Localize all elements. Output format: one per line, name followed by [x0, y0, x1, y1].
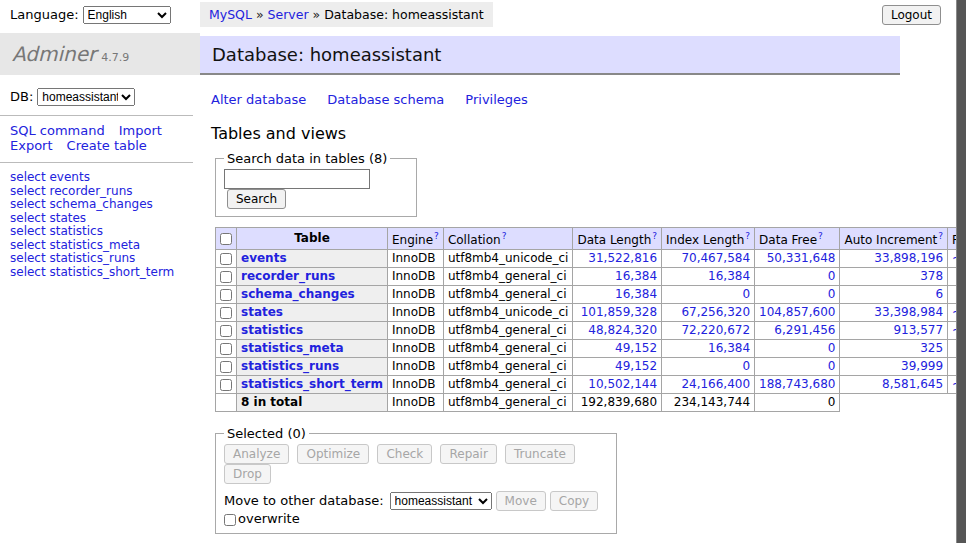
row-checkbox[interactable] — [220, 343, 232, 355]
data-length-link[interactable]: 101,859,328 — [581, 305, 657, 319]
table-name-link[interactable]: events — [241, 251, 287, 265]
main-content: MySQL»Server»Database: homeassistant Log… — [200, 0, 956, 543]
sidebar-item-select-statistics-runs[interactable]: select statistics_runs — [10, 252, 200, 266]
data-length-link[interactable]: 48,824,320 — [588, 323, 657, 337]
database-schema-link[interactable]: Database schema — [327, 92, 444, 107]
row-checkbox[interactable] — [220, 379, 232, 391]
repair-button[interactable]: Repair — [440, 444, 496, 464]
total-data-free: 0 — [755, 394, 840, 412]
language-select[interactable]: English — [83, 6, 171, 24]
analyze-button[interactable]: Analyze — [224, 444, 289, 464]
index-length-help-icon[interactable]: ? — [745, 231, 750, 241]
table-name-link[interactable]: statistics_short_term — [241, 377, 383, 391]
total-label: 8 in total — [237, 394, 388, 412]
move-database-select[interactable]: homeassistant — [390, 492, 492, 510]
db-select[interactable]: homeassistant — [37, 88, 135, 106]
auto-increment-link[interactable]: 6 — [935, 287, 943, 301]
total-index-length: 234,143,744 — [662, 394, 755, 412]
data-free-link[interactable]: 188,743,680 — [759, 377, 835, 391]
search-button[interactable]: Search — [227, 189, 286, 209]
sidebar-item-select-recorder-runs[interactable]: select recorder_runs — [10, 185, 200, 199]
table-header-row: Table Engine? Collation? Data Length? In… — [216, 228, 966, 250]
overwrite-checkbox[interactable] — [224, 514, 236, 526]
collation-cell: utf8mb4_general_ci — [443, 322, 573, 340]
auto-increment-link[interactable]: 39,999 — [901, 359, 943, 373]
data-free-link[interactable]: 0 — [828, 359, 836, 373]
table-name-link[interactable]: statistics — [241, 323, 303, 337]
breadcrumb-mysql-link[interactable]: MySQL — [209, 7, 252, 22]
alter-database-link[interactable]: Alter database — [211, 92, 306, 107]
select-all-checkbox[interactable] — [220, 233, 232, 245]
data-length-link[interactable]: 49,152 — [615, 341, 657, 355]
table-name-link[interactable]: states — [241, 305, 283, 319]
table-row: schema_changes InnoDB utf8mb4_general_ci… — [216, 286, 966, 304]
auto-increment-link[interactable]: 913,577 — [893, 323, 943, 337]
row-checkbox[interactable] — [220, 361, 232, 373]
truncate-button[interactable]: Truncate — [505, 444, 575, 464]
data-free-link[interactable]: 0 — [828, 269, 836, 283]
sidebar-item-select-statistics[interactable]: select statistics — [10, 225, 200, 239]
row-checkbox[interactable] — [220, 271, 232, 283]
collation-help-icon[interactable]: ? — [502, 231, 507, 241]
auto-increment-help-icon[interactable]: ? — [938, 231, 943, 241]
data-length-link[interactable]: 10,502,144 — [588, 377, 657, 391]
db-selector-row: DB:homeassistant — [0, 75, 200, 106]
index-length-link[interactable]: 0 — [742, 287, 750, 301]
engine-help-icon[interactable]: ? — [434, 231, 439, 241]
sidebar-item-select-states[interactable]: select states — [10, 212, 200, 226]
sidebar-item-select-statistics-meta[interactable]: select statistics_meta — [10, 239, 200, 253]
logout-button[interactable]: Logout — [882, 5, 941, 25]
index-length-link[interactable]: 16,384 — [708, 341, 750, 355]
vertical-scrollbar[interactable] — [956, 0, 966, 543]
data-free-link[interactable]: 6,291,456 — [774, 323, 835, 337]
index-length-link[interactable]: 67,256,320 — [681, 305, 750, 319]
index-length-link[interactable]: 0 — [742, 359, 750, 373]
move-button[interactable]: Move — [496, 491, 546, 511]
privileges-link[interactable]: Privileges — [465, 92, 528, 107]
auto-increment-link[interactable]: 33,898,196 — [874, 251, 943, 265]
create-table-link-sidebar[interactable]: Create table — [67, 138, 147, 153]
table-name-link[interactable]: statistics_runs — [241, 359, 339, 373]
data-free-link[interactable]: 50,331,648 — [767, 251, 836, 265]
export-link[interactable]: Export — [10, 138, 53, 153]
data-length-help-icon[interactable]: ? — [652, 231, 657, 241]
selected-legend: Selected (0) — [224, 426, 309, 441]
auto-increment-link[interactable]: 8,581,645 — [882, 377, 943, 391]
index-length-link[interactable]: 16,384 — [708, 269, 750, 283]
data-free-link[interactable]: 0 — [828, 341, 836, 355]
data-free-link[interactable]: 0 — [828, 287, 836, 301]
table-name-link[interactable]: statistics_meta — [241, 341, 344, 355]
data-free-link[interactable]: 104,857,600 — [759, 305, 835, 319]
row-checkbox[interactable] — [220, 253, 232, 265]
optimize-button[interactable]: Optimize — [297, 444, 369, 464]
row-checkbox[interactable] — [220, 325, 232, 337]
sidebar-item-select-events[interactable]: select events — [10, 171, 200, 185]
row-checkbox[interactable] — [220, 289, 232, 301]
sidebar-item-select-schema-changes[interactable]: select schema_changes — [10, 198, 200, 212]
index-length-link[interactable]: 72,220,672 — [681, 323, 750, 337]
column-header-data-free: Data Free? — [755, 228, 840, 250]
sidebar-item-select-statistics-short-term[interactable]: select statistics_short_term — [10, 266, 200, 280]
index-length-link[interactable]: 70,467,584 — [681, 251, 750, 265]
data-length-link[interactable]: 16,384 — [615, 269, 657, 283]
auto-increment-link[interactable]: 33,398,984 — [874, 305, 943, 319]
table-name-link[interactable]: recorder_runs — [241, 269, 335, 283]
search-input[interactable] — [224, 169, 370, 189]
sql-command-link[interactable]: SQL command — [10, 123, 105, 138]
data-free-help-icon[interactable]: ? — [818, 231, 823, 241]
copy-button[interactable]: Copy — [550, 491, 598, 511]
auto-increment-link[interactable]: 325 — [920, 341, 943, 355]
index-length-link[interactable]: 24,166,400 — [681, 377, 750, 391]
row-checkbox[interactable] — [220, 307, 232, 319]
data-length-link[interactable]: 31,522,816 — [588, 251, 657, 265]
table-name-link[interactable]: schema_changes — [241, 287, 355, 301]
column-header-auto-increment: Auto Increment? — [840, 228, 948, 250]
app-version[interactable]: 4.7.9 — [101, 51, 129, 64]
drop-button[interactable]: Drop — [224, 464, 271, 484]
auto-increment-link[interactable]: 378 — [920, 269, 943, 283]
import-link[interactable]: Import — [119, 123, 162, 138]
data-length-link[interactable]: 16,384 — [615, 287, 657, 301]
data-length-link[interactable]: 49,152 — [615, 359, 657, 373]
check-button[interactable]: Check — [377, 444, 432, 464]
breadcrumb-server-link[interactable]: Server — [268, 7, 309, 22]
